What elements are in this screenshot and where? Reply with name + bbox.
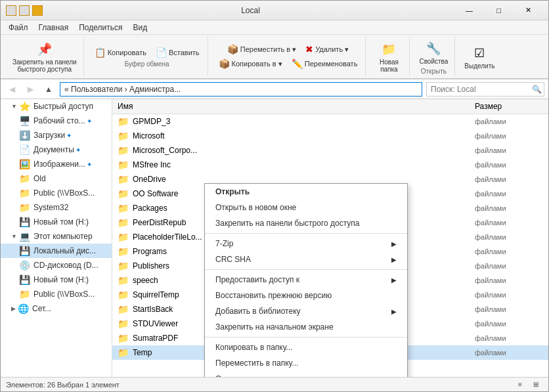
properties-button[interactable]: 🔧 Свойства xyxy=(416,38,450,66)
title-icon-2 xyxy=(19,5,30,16)
main-content: ▼ ⭐ Быстрый доступ 🖥️ Рабочий сто... ✦ ⬇… xyxy=(1,99,548,377)
rename-button[interactable]: ✏️ Переименовать xyxy=(288,57,362,70)
this-computer-label: Этот компьютер xyxy=(33,232,93,241)
nav-network[interactable]: ▶ 🌐 Сет... xyxy=(1,301,112,316)
file-row-microsoft-corp[interactable]: 📁Microsoft_Corpo... файлами xyxy=(112,143,548,158)
pin-button[interactable]: 📌 Закрепить на панелибыстрого доступа xyxy=(10,39,79,74)
network-expand: ▶ xyxy=(11,305,16,312)
back-button[interactable]: ◀ xyxy=(5,82,19,97)
search-input[interactable] xyxy=(431,85,529,94)
file-size: файлами xyxy=(470,117,548,126)
local-disk-icon: 💾 xyxy=(19,246,30,256)
new-folder-button[interactable]: 📁 Новаяпапка xyxy=(372,39,405,74)
rename-icon: ✏️ xyxy=(292,58,303,69)
delete-button[interactable]: ✖ Удалить ▾ xyxy=(301,43,353,56)
cm-move-to-folder[interactable]: Переместить в папку... xyxy=(205,355,407,371)
file-size: файлами xyxy=(470,189,548,198)
nav-documents[interactable]: 📄 Документы ✦ xyxy=(1,142,112,157)
folder-icon: 📁 xyxy=(118,261,129,271)
nav-new-volume-h[interactable]: 💾 Новый том (H:) xyxy=(1,215,112,229)
file-row-gpmdp[interactable]: 📁GPMDP_3 файлами xyxy=(112,114,548,129)
cm-divider-2 xyxy=(205,269,407,270)
images-icon: 🖼️ xyxy=(19,159,30,169)
paste-button[interactable]: 📄 Вставить xyxy=(152,46,204,59)
cm-open-new-window[interactable]: Открыть в новом окне xyxy=(205,200,407,215)
nav-local-disk[interactable]: 💾 Локальный дис... xyxy=(1,244,112,258)
cd-drive-label: CD-дисковод (D... xyxy=(33,261,99,270)
new-folder-icon: 📁 xyxy=(378,40,399,58)
folder-icon: 📁 xyxy=(118,246,129,257)
file-name-text: Programs xyxy=(133,247,167,256)
select-button[interactable]: ☑ Выделить xyxy=(462,43,497,71)
file-name-text: Microsoft_Corpo... xyxy=(133,146,197,155)
title-icon-3 xyxy=(32,5,43,16)
nav-downloads[interactable]: ⬇️ Загрузки ✦ xyxy=(1,128,112,142)
view-grid-button[interactable]: ⊞ xyxy=(529,379,543,391)
cm-7zip[interactable]: 7-Zip ▶ xyxy=(205,236,407,251)
nav-quick-access[interactable]: ▼ ⭐ Быстрый доступ xyxy=(1,99,112,114)
file-list-header: Имя Размер xyxy=(112,99,548,114)
folder-icon: 📁 xyxy=(118,217,129,228)
file-row-microsoft[interactable]: 📁Microsoft файлами xyxy=(112,129,548,143)
maximize-button[interactable]: □ xyxy=(484,1,514,20)
cm-add-library[interactable]: Добавить в библиотеку ▶ xyxy=(205,303,407,319)
file-size: файлами xyxy=(470,305,548,314)
cm-send-to[interactable]: Отправить ▶ xyxy=(205,371,407,377)
properties-label: Свойства xyxy=(419,58,448,65)
file-size: файлами xyxy=(470,276,548,285)
file-size: файлами xyxy=(470,160,548,169)
copy-icon: 📋 xyxy=(95,47,106,58)
nav-new-volume-h2[interactable]: 💾 Новый том (H:) xyxy=(1,272,112,287)
menu-home[interactable]: Главная xyxy=(33,22,74,33)
nav-images[interactable]: 🖼️ Изображени... ✦ xyxy=(1,157,112,171)
menu-view[interactable]: Вид xyxy=(127,22,152,33)
nav-system32[interactable]: 📁 System32 xyxy=(1,200,112,215)
move-to-button[interactable]: 📦 Переместить в ▾ xyxy=(223,43,300,56)
search-box: 🔍 xyxy=(426,82,544,97)
paste-label: Вставить xyxy=(169,49,200,56)
file-name-text: SumatraPDF xyxy=(133,334,178,343)
cm-restore-prev[interactable]: Восстановить прежнюю версию xyxy=(205,288,407,303)
file-name-text: MSfree Inc xyxy=(133,160,171,169)
cm-crc-sha[interactable]: CRC SHA ▶ xyxy=(205,251,407,267)
nav-cd-drive[interactable]: 💿 CD-дисковод (D... xyxy=(1,258,112,272)
menu-share[interactable]: Поделиться xyxy=(74,22,127,33)
desktop-icon: 🖥️ xyxy=(19,116,30,126)
toolbar-pin-section: 📌 Закрепить на панелибыстрого доступа xyxy=(6,37,84,76)
file-row-msfree[interactable]: 📁MSfree Inc файлами xyxy=(112,158,548,172)
new-volume-label: Новый том (H:) xyxy=(33,217,89,227)
file-name-text: StartIsBack xyxy=(133,305,173,314)
nav-old[interactable]: 📁 Old xyxy=(1,171,112,186)
nav-desktop[interactable]: 🖥️ Рабочий сто... ✦ xyxy=(1,114,112,128)
cm-arrow-crc: ▶ xyxy=(391,256,397,263)
close-button[interactable]: ✕ xyxy=(514,1,543,20)
cm-grant-access[interactable]: Предоставить доступ к ▶ xyxy=(205,272,407,288)
nav-public-vbox2[interactable]: 📁 Public (\\VBoxS... xyxy=(1,287,112,301)
forward-button[interactable]: ▶ xyxy=(23,82,37,97)
view-list-button[interactable]: ≡ xyxy=(513,379,527,391)
paste-icon: 📄 xyxy=(156,47,167,58)
context-menu: Открыть Открыть в новом окне Закрепить н… xyxy=(204,183,408,377)
address-path[interactable]: « Пользователи › Администра... xyxy=(60,82,422,97)
col-name[interactable]: Имя xyxy=(112,100,470,112)
title-icon-1 xyxy=(6,5,16,16)
old-label: Old xyxy=(33,174,46,183)
nav-this-computer[interactable]: ▼ 💻 Этот компьютер xyxy=(1,229,112,244)
organize-bottom-row: 📦 Копировать в ▾ ✏️ Переименовать xyxy=(215,57,362,70)
cm-pin-start[interactable]: Закрепить на начальном экране xyxy=(205,319,407,335)
menu-file[interactable]: Файл xyxy=(3,22,33,33)
copy-to-button[interactable]: 📦 Копировать в ▾ xyxy=(215,57,286,70)
col-size[interactable]: Размер xyxy=(470,100,548,112)
nav-public-vbox[interactable]: 📁 Public (\\VBoxS... xyxy=(1,186,112,200)
cm-open[interactable]: Открыть xyxy=(205,184,407,200)
this-computer-icon: 💻 xyxy=(19,231,30,242)
delete-label: Удалить ▾ xyxy=(315,45,349,54)
toolbar: 📌 Закрепить на панелибыстрого доступа 📋 … xyxy=(1,35,548,79)
file-size: файлами xyxy=(470,131,548,141)
downloads-icon: ⬇️ xyxy=(19,130,30,141)
up-button[interactable]: ▲ xyxy=(41,82,56,97)
cm-pin-quick-access[interactable]: Закрепить на панели быстрого доступа xyxy=(205,215,407,231)
copy-button[interactable]: 📋 Копировать xyxy=(91,46,150,59)
minimize-button[interactable]: — xyxy=(454,1,484,20)
cm-copy-to-folder[interactable]: Копировать в папку... xyxy=(205,339,407,355)
